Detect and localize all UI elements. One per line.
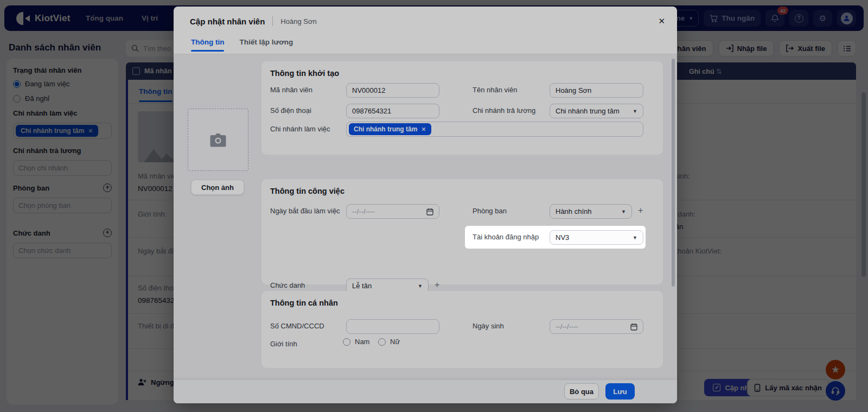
work-branch-field[interactable]: Chi nhánh trung tâm ✕ — [346, 122, 643, 137]
camera-icon — [210, 133, 226, 147]
job-title-filter-input[interactable] — [13, 243, 112, 258]
phone-label: Số điện thoại — [270, 106, 311, 115]
department-value: Hành chính — [556, 207, 592, 215]
gender-option-female[interactable]: Nữ — [378, 338, 400, 346]
chip-remove-icon[interactable]: ✕ — [88, 128, 93, 135]
modal-body: Chọn ảnh Thông tin khởi tạo Mã nhân viên… — [174, 54, 677, 386]
detail-gender-label: Giới tính: — [138, 210, 167, 218]
work-branch-label: Chi nhánh làm việc — [270, 125, 330, 133]
kiotviet-logo[interactable]: KiotViet — [16, 11, 71, 26]
kiotviet-logo-icon — [16, 11, 30, 26]
checkbox-icon: ✓ — [713, 384, 720, 391]
status-option-label: Đang làm việc — [25, 80, 69, 88]
id-number-input[interactable] — [346, 319, 439, 334]
rating-star-button[interactable]: ★ — [826, 360, 845, 379]
tab-info[interactable]: Thông tin — [191, 38, 224, 52]
chip-remove-icon[interactable]: ✕ — [421, 126, 426, 133]
skip-button[interactable]: Bỏ qua — [564, 383, 599, 400]
department-filter-input[interactable] — [13, 198, 112, 213]
branch-chip: Chi nhánh trung tâm ✕ — [16, 125, 98, 137]
person-x-icon — [138, 378, 146, 386]
modal-title: Cập nhật nhân viên — [190, 17, 265, 26]
modal-scrollbar[interactable] — [672, 59, 675, 287]
cart-icon — [710, 15, 718, 22]
status-option-quit[interactable]: Đã nghỉ — [13, 94, 112, 103]
settings-button[interactable]: ⚙ — [813, 10, 832, 27]
status-option-working[interactable]: Đang làm việc — [13, 80, 112, 88]
birthday-label: Ngày sinh — [473, 322, 504, 330]
detail-tab-underline — [139, 100, 173, 102]
cashier-button[interactable]: Thu ngân — [704, 10, 761, 27]
modal-header: Cập nhật nhân viên Hoàng Sơn — [174, 7, 677, 36]
bell-icon — [771, 14, 779, 23]
birthday-picker[interactable]: --/--/---- — [550, 319, 643, 334]
job-title-label: Chức danh — [270, 281, 305, 289]
gender-option-male[interactable]: Nam — [343, 338, 369, 346]
name-label: Tên nhân viên — [473, 86, 517, 94]
job-title-value: Lễ tân — [352, 282, 372, 290]
account-button[interactable] — [837, 10, 856, 27]
work-branch-chip: Chi nhánh trung tâm ✕ — [349, 123, 431, 135]
tab-salary-setup[interactable]: Thiết lập lương — [239, 38, 293, 52]
salary-branch-select[interactable]: Chi nhánh trung tâm ▼ — [550, 104, 643, 118]
export-file-button[interactable]: Xuất file — [779, 40, 832, 56]
chevron-down-icon: ▼ — [621, 209, 626, 214]
branch-chip-label: Chi nhánh trung tâm — [21, 127, 84, 135]
star-icon: ★ — [831, 364, 840, 376]
login-account-spotlight: Tài khoản đăng nhập NV3 ▼ — [465, 226, 646, 249]
photo-upload-box[interactable] — [188, 109, 248, 171]
export-label: Xuất file — [797, 45, 825, 53]
detail-phone-value: 0987654321 — [138, 296, 178, 305]
save-button[interactable]: Lưu — [605, 383, 635, 400]
radio-icon — [378, 338, 386, 346]
device-icon — [754, 384, 761, 392]
salary-branch-label: Chi nhánh trả lương — [473, 106, 535, 115]
phone-input[interactable] — [346, 104, 439, 118]
columns-settings-button[interactable] — [838, 40, 856, 56]
top-actions: + Nhân viên Nhập file Xuất file — [658, 40, 856, 56]
calendar-icon — [426, 208, 433, 215]
notifications-button[interactable]: 42 — [765, 10, 784, 27]
import-label: Nhập file — [737, 45, 767, 53]
add-department-button[interactable]: + — [638, 206, 643, 215]
search-icon — [131, 45, 139, 52]
department-select[interactable]: Hành chính ▼ — [550, 204, 632, 219]
avatar — [841, 12, 853, 24]
column-note[interactable]: Ghi chú ⇅ — [689, 67, 722, 75]
radio-icon — [343, 338, 350, 346]
section-init-title: Thông tin khởi tạo — [270, 69, 339, 78]
select-all-checkbox[interactable] — [132, 67, 140, 75]
salary-branch-filter-label: Chi nhánh trả lương — [13, 147, 112, 155]
login-account-select[interactable]: NV3 ▼ — [550, 230, 643, 245]
detail-code-value: NV000012 — [138, 185, 173, 193]
logo-text: KiotViet — [35, 13, 71, 24]
page-scrollbar[interactable] — [861, 92, 866, 277]
close-icon[interactable]: ✕ — [658, 16, 665, 26]
cashier-label: Thu ngân — [722, 14, 755, 22]
get-verification-code-button[interactable]: Lấy mã xác nhận — [747, 379, 829, 396]
help-button[interactable]: ? — [789, 10, 808, 27]
nav-item-location[interactable]: Vị trí — [142, 14, 158, 22]
update-employee-modal: Cập nhật nhân viên Hoàng Sơn ✕ Thông tin… — [174, 7, 677, 403]
chevron-down-icon: ▼ — [633, 109, 637, 114]
work-branch-filter-field[interactable]: Chi nhánh trung tâm ✕ — [13, 123, 112, 139]
login-account-value: NV3 — [556, 233, 569, 242]
detail-tab-info[interactable]: Thông tin — [139, 87, 172, 96]
job-title-filter-label: Chức danh + — [13, 229, 112, 237]
birthday-value: --/--/---- — [556, 322, 578, 331]
radio-selected-icon — [13, 80, 21, 88]
add-department-icon[interactable]: + — [103, 183, 112, 192]
id-number-label: Số CMND/CCCD — [270, 322, 324, 330]
nav-item-overview[interactable]: Tổng quan — [86, 14, 123, 22]
choose-photo-button[interactable]: Chọn ảnh — [191, 180, 244, 195]
salary-branch-filter-input[interactable] — [13, 160, 112, 176]
name-input[interactable] — [550, 83, 643, 98]
import-icon — [726, 45, 733, 52]
import-file-button[interactable]: Nhập file — [719, 40, 774, 56]
support-chat-button[interactable] — [826, 381, 845, 401]
start-date-picker[interactable]: --/--/---- — [346, 204, 439, 219]
add-job-title-button[interactable]: + — [435, 280, 439, 290]
code-input[interactable] — [346, 83, 439, 98]
question-icon: ? — [795, 14, 803, 23]
add-job-title-icon[interactable]: + — [103, 229, 112, 237]
